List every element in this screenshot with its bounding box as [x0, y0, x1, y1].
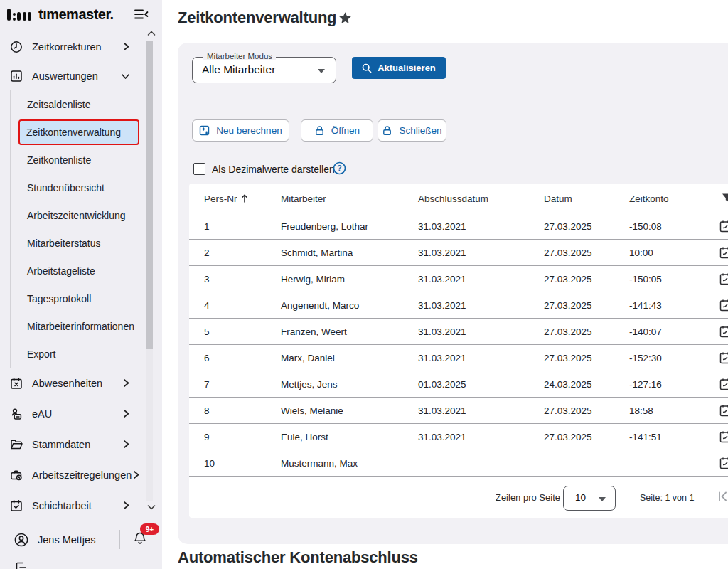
edit-calendar-icon[interactable]	[719, 430, 728, 443]
rows-per-page-select[interactable]: 10	[563, 486, 616, 511]
sidebar-item-mitarbeiterinformationen[interactable]: Mitarbeiterinformationen	[11, 312, 145, 340]
cell-pers-nr: 3	[204, 274, 210, 284]
sub-item-label: Zeitkontenliste	[27, 154, 91, 166]
sidebar-item-zeitsaldenliste[interactable]: Zeitsaldenliste	[11, 90, 145, 118]
open-button[interactable]: Öffnen	[301, 119, 373, 142]
decimal-values-checkbox[interactable]	[193, 163, 205, 175]
cell-abschlussdatum: 01.03.2025	[418, 379, 466, 390]
sidebar-item-stammdaten[interactable]: Stammdaten	[0, 429, 145, 459]
select-label: Mitarbeiter Modus	[203, 52, 276, 60]
sidebar: tımemaster. Zeitkorrekturen	[0, 0, 162, 569]
cell-pers-nr: 7	[204, 379, 210, 390]
edit-calendar-icon[interactable]	[719, 325, 728, 338]
app-window: tımemaster. Zeitkorrekturen	[0, 0, 728, 569]
cell-abschlussdatum: 31.03.2021	[418, 405, 466, 416]
cell-mitarbeiter: Wiels, Melanie	[281, 405, 343, 416]
sidebar-item-arbeitszeitregelungen[interactable]: Arbeitszeitregelungen	[0, 459, 145, 490]
briefcase-clock-icon	[9, 468, 23, 482]
table-row[interactable]: 2 Schmidt, Martina 31.03.2021 27.03.2025…	[189, 240, 728, 266]
cell-datum: 27.03.2025	[544, 405, 592, 416]
sidebar-item-mitarbeiterstatus[interactable]: Mitarbeiterstatus	[11, 229, 145, 257]
column-header-zeitkonto[interactable]: Zeitkonto	[629, 193, 669, 203]
sidebar-item-stundenuebersicht[interactable]: Stundenübersicht	[11, 174, 145, 201]
cell-zeitkonto: -150:05	[629, 274, 662, 284]
table-row[interactable]: 5 Franzen, Weert 31.03.2021 27.03.2025 -…	[189, 319, 728, 345]
sidebar-item-zeitkorrekturen[interactable]: Zeitkorrekturen	[0, 32, 145, 61]
cell-abschlussdatum: 31.03.2021	[418, 248, 466, 258]
column-header-label: Pers-Nr	[204, 193, 237, 203]
sidebar-item-label: Stammdaten	[32, 439, 90, 450]
timemaster-logo-icon	[7, 9, 31, 21]
cell-pers-nr: 1	[204, 221, 210, 232]
cell-zeitkonto: -152:30	[629, 353, 662, 363]
cell-datum: 27.03.2025	[544, 274, 592, 284]
edit-calendar-icon[interactable]	[719, 246, 728, 259]
cell-pers-nr: 5	[204, 326, 210, 337]
recalculate-button[interactable]: Neu berechnen	[192, 119, 289, 142]
table-row[interactable]: 4 Angenendt, Marco 31.03.2021 27.03.2025…	[189, 292, 728, 319]
edit-calendar-icon[interactable]	[719, 220, 728, 233]
sidebar-item-abwesenheiten[interactable]: Abwesenheiten	[0, 368, 145, 398]
sidebar-item-label: eAU	[32, 408, 52, 420]
table-row[interactable]: 9 Eule, Horst 31.03.2021 27.03.2025 -141…	[189, 424, 728, 450]
sidebar-item-schichtarbeit[interactable]: Schichtarbeit	[0, 490, 145, 521]
edit-calendar-icon[interactable]	[719, 351, 728, 364]
chevron-down-icon	[121, 72, 130, 80]
close-button[interactable]: Schließen	[378, 119, 446, 142]
cell-abschlussdatum: 31.03.2021	[418, 432, 466, 442]
sidebar-item-zeitkontenverwaltung[interactable]: Zeitkontenverwaltung	[18, 119, 139, 145]
sidebar-item-export[interactable]: Export	[11, 340, 145, 368]
search-icon	[362, 63, 372, 73]
mitarbeiter-modus-select[interactable]: Mitarbeiter Modus Alle Mitarbeiter	[192, 57, 336, 83]
sidebar-item-tagesprotokoll[interactable]: Tagesprotokoll	[11, 284, 145, 312]
cell-pers-nr: 9	[204, 432, 210, 442]
table-row[interactable]: 3 Herwig, Miriam 31.03.2021 27.03.2025 -…	[189, 266, 728, 292]
table-row[interactable]: 10 Mustermann, Max	[189, 450, 728, 477]
sub-item-label: Export	[27, 349, 55, 360]
user-name: Jens Mettjes	[38, 534, 95, 546]
table-row[interactable]: 8 Wiels, Melanie 31.03.2021 27.03.2025 1…	[189, 398, 728, 424]
sidebar-item-arbeitstageliste[interactable]: Arbeitstageliste	[11, 257, 145, 284]
table-row[interactable]: 1 Freudenberg, Lothar 31.03.2021 27.03.2…	[189, 213, 728, 240]
column-header-mitarbeiter[interactable]: Mitarbeiter	[281, 193, 326, 203]
logout-icon[interactable]	[14, 561, 28, 569]
cell-zeitkonto: -150:08	[629, 221, 662, 232]
favorite-star-icon[interactable]	[338, 11, 352, 25]
table-row[interactable]: 6 Marx, Daniel 31.03.2021 27.03.2025 -15…	[189, 345, 728, 371]
scroll-up-icon[interactable]	[146, 30, 156, 37]
column-header-abschlussdatum[interactable]: Abschlussdatum	[418, 193, 488, 203]
sidebar-nav: Zeitkorrekturen Auswertungen Zeitsaldenl…	[0, 32, 145, 521]
chevron-right-icon	[122, 440, 130, 449]
calculator-icon	[199, 125, 210, 136]
cell-zeitkonto: -127:16	[629, 379, 662, 390]
edit-calendar-icon[interactable]	[719, 457, 728, 469]
edit-calendar-icon[interactable]	[719, 404, 728, 417]
sidebar-collapse-icon[interactable]	[134, 9, 149, 20]
sidebar-item-zeitkontenliste[interactable]: Zeitkontenliste	[11, 146, 145, 174]
cell-mitarbeiter: Franzen, Weert	[281, 326, 347, 337]
cell-pers-nr: 6	[204, 353, 210, 363]
time-accounts-table: Pers-Nr Mitarbeiter Abschlussdatum Datum…	[189, 184, 728, 518]
sidebar-footer-divider	[0, 519, 162, 519]
column-header-pers-nr[interactable]: Pers-Nr	[204, 193, 248, 203]
svg-text:?: ?	[337, 164, 341, 172]
sidebar-item-arbeitszeitentwicklung[interactable]: Arbeitszeitentwicklung	[11, 201, 145, 229]
chevron-right-icon	[132, 470, 140, 479]
cell-zeitkonto: 18:58	[629, 405, 653, 416]
column-header-datum[interactable]: Datum	[544, 193, 572, 203]
refresh-button[interactable]: Aktualisieren	[352, 57, 446, 79]
sidebar-item-eau[interactable]: eAU	[0, 398, 145, 429]
filter-icon[interactable]	[722, 193, 728, 203]
sidebar-item-auswertungen[interactable]: Auswertungen	[0, 61, 145, 90]
table-row[interactable]: 7 Mettjes, Jens 01.03.2025 24.03.2025 -1…	[189, 371, 728, 398]
sidebar-scrollbar-thumb[interactable]	[146, 41, 153, 349]
first-page-icon[interactable]	[717, 490, 728, 503]
edit-calendar-icon[interactable]	[719, 272, 728, 285]
edit-calendar-icon[interactable]	[719, 299, 728, 312]
help-icon[interactable]: ?	[333, 161, 346, 175]
cell-pers-nr: 10	[204, 458, 215, 469]
scroll-down-icon[interactable]	[146, 504, 156, 511]
decimal-values-label: Als Dezimalwerte darstellen	[212, 164, 335, 175]
sidebar-item-label: Zeitkorrekturen	[32, 41, 102, 53]
edit-calendar-icon[interactable]	[719, 378, 728, 390]
